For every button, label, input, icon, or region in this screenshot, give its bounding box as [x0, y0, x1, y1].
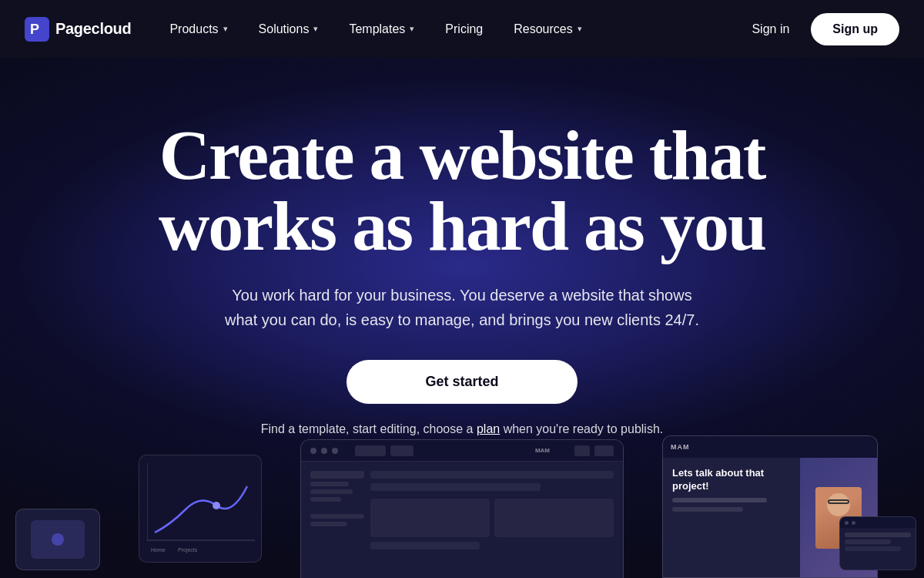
chevron-down-icon: ▾ [578, 24, 582, 34]
logo-text: Pagecloud [55, 20, 131, 38]
svg-text:P: P [30, 22, 39, 37]
mockup-area: Home Projects MAM [0, 424, 924, 578]
nav-item-solutions[interactable]: Solutions ▾ [245, 15, 333, 44]
chevron-down-icon: ▾ [410, 24, 414, 34]
hero-subtitle: You work hard for your business. You des… [216, 283, 708, 332]
nav-item-resources[interactable]: Resources ▾ [500, 15, 595, 44]
hero-title: Create a website that works as hard as y… [159, 119, 765, 261]
hero-below-cta: Find a template, start editing, choose a… [261, 422, 664, 436]
hero-content: Create a website that works as hard as y… [143, 58, 781, 436]
mockup-left-device [15, 509, 100, 570]
right-header-label: MAM [671, 443, 690, 451]
hero-section: Create a website that works as hard as y… [0, 58, 924, 578]
navigation: P Pagecloud Products ▾ Solutions ▾ Templ… [0, 0, 924, 58]
svg-text:Home: Home [151, 547, 166, 553]
right-card-title: Lets talk about that project! [672, 467, 791, 493]
center-label: MAM [535, 447, 550, 454]
svg-text:Projects: Projects [178, 547, 198, 553]
logo[interactable]: P Pagecloud [25, 17, 131, 42]
svg-point-2 [213, 502, 220, 509]
nav-items: Products ▾ Solutions ▾ Templates ▾ Prici… [156, 15, 742, 44]
plan-link[interactable]: plan [477, 422, 500, 435]
mockup-graph: Home Projects [139, 455, 262, 563]
mockup-far-right [839, 516, 916, 570]
chevron-down-icon: ▾ [223, 24, 228, 34]
get-started-button[interactable]: Get started [346, 360, 578, 404]
nav-item-templates[interactable]: Templates ▾ [335, 15, 428, 44]
nav-item-pricing[interactable]: Pricing [431, 15, 497, 44]
nav-item-products[interactable]: Products ▾ [156, 15, 241, 44]
chevron-down-icon: ▾ [313, 24, 318, 34]
sign-up-button[interactable]: Sign up [811, 13, 899, 45]
nav-right: Sign in Sign up [742, 13, 899, 45]
sign-in-link[interactable]: Sign in [742, 16, 798, 42]
mockup-center-device: MAM [300, 439, 624, 578]
